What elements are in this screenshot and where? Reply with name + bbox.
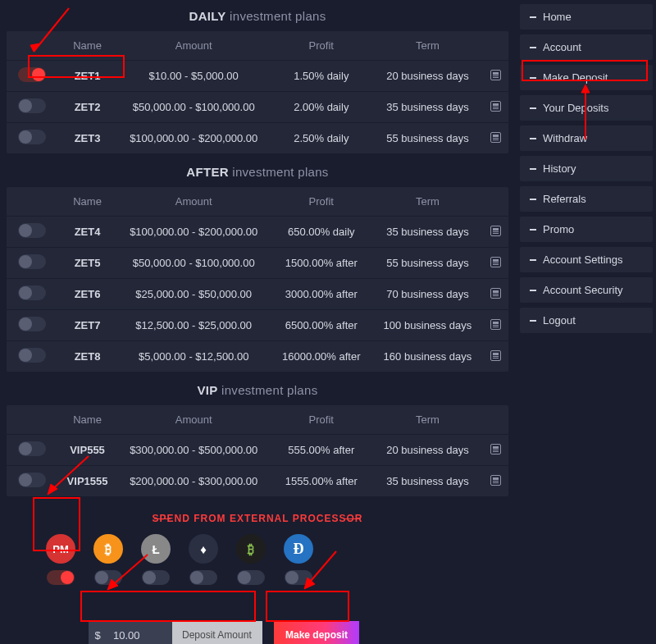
calculator-icon[interactable]	[490, 288, 501, 299]
processor-toggle-dash[interactable]	[285, 570, 312, 585]
processor-option-btc: ₿	[93, 534, 123, 585]
processor-row: PM₿Ł♦₿Đ	[7, 531, 508, 585]
col-header-term: Term	[372, 31, 483, 61]
sidebar-item-referrals[interactable]: Referrals	[520, 186, 653, 212]
sidebar-item-label: Logout	[543, 314, 576, 327]
plan-toggle-vip555[interactable]	[18, 441, 46, 456]
processor-option-ltc: Ł	[141, 534, 171, 585]
processor-toggle-bch[interactable]	[237, 570, 265, 585]
col-header-term: Term	[372, 187, 483, 217]
plan-name: ZET2	[57, 92, 117, 123]
plan-row: ZET1$10.00 - $5,000.001.50% daily20 busi…	[7, 61, 508, 92]
btc-icon[interactable]: ₿	[93, 534, 123, 564]
dash-icon	[530, 16, 536, 18]
calculator-icon[interactable]	[490, 444, 501, 454]
dash-icon	[530, 320, 536, 322]
sidebar-item-logout[interactable]: Logout	[520, 308, 653, 333]
processor-toggle-ltc[interactable]	[142, 570, 170, 585]
sidebar-item-promo[interactable]: Promo	[520, 217, 653, 242]
plan-toggle-vip1555[interactable]	[18, 473, 46, 487]
col-header-amount: Amount	[117, 31, 271, 61]
sidebar-item-label: Account	[543, 41, 581, 53]
plan-profit: 555.00% after	[271, 435, 372, 466]
plan-toggle-zet2[interactable]	[18, 98, 46, 113]
plan-toggle-zet5[interactable]	[18, 254, 46, 269]
plan-profit: 3000.00% after	[271, 279, 372, 310]
dash-icon	[530, 229, 536, 231]
sidebar-item-label: Promo	[543, 223, 574, 235]
plan-profit: 1.50% daily	[271, 61, 372, 92]
sidebar-item-label: Referrals	[543, 193, 586, 205]
plan-profit: 16000.00% after	[271, 341, 372, 372]
processor-toggle-eth[interactable]	[189, 570, 217, 585]
plan-row: VIP1555$200,000.00 - $300,000.001555.00%…	[7, 466, 508, 497]
plan-amount: $300,000.00 - $500,000.00	[117, 435, 271, 466]
plan-term: 35 business days	[372, 217, 483, 248]
calculator-icon[interactable]	[490, 350, 501, 361]
plan-toggle-zet4[interactable]	[18, 223, 46, 238]
vip-plans-table: NameAmountProfitTermVIP555$300,000.00 - …	[7, 405, 508, 496]
processor-toggle-pm[interactable]	[47, 570, 75, 585]
sidebar-item-account[interactable]: Account	[520, 34, 653, 60]
sidebar-item-label: Home	[543, 11, 572, 23]
col-header-name: Name	[57, 405, 117, 435]
calculator-icon[interactable]	[490, 132, 501, 143]
deposit-row: $Deposit AmountMake deposit	[89, 621, 508, 644]
sidebar-item-account-security[interactable]: Account Security	[520, 277, 653, 303]
plan-toggle-zet3[interactable]	[18, 130, 46, 144]
plan-amount: $100,000.00 - $200,000.00	[117, 123, 271, 154]
plan-term: 35 business days	[372, 92, 483, 123]
plan-amount: $50,000.00 - $100,000.00	[117, 92, 271, 123]
col-header-profit: Profit	[271, 31, 372, 61]
dash-icon	[530, 47, 536, 48]
pm-icon[interactable]: PM	[46, 534, 75, 564]
plan-term: 100 business days	[372, 310, 483, 341]
eth-icon[interactable]: ♦	[189, 534, 218, 564]
plan-toggle-zet1[interactable]	[18, 67, 46, 82]
calculator-icon[interactable]	[490, 257, 501, 267]
plan-toggle-zet6[interactable]	[18, 285, 46, 300]
sidebar-item-make-deposit[interactable]: Make Deposit	[520, 65, 653, 90]
dash-icon	[530, 107, 536, 109]
plan-name: ZET8	[57, 341, 117, 372]
sidebar-item-label: Your Deposits	[543, 102, 608, 114]
plan-profit: 2.50% daily	[271, 123, 372, 154]
plan-name: VIP1555	[57, 466, 117, 497]
sidebar-item-account-settings[interactable]: Account Settings	[520, 247, 653, 272]
deposit-amount-input[interactable]	[107, 621, 172, 644]
calculator-icon[interactable]	[490, 101, 501, 112]
plan-term: 160 business days	[372, 341, 483, 372]
processor-toggle-btc[interactable]	[94, 570, 122, 585]
dash-icon[interactable]: Đ	[284, 534, 313, 564]
make-deposit-button[interactable]: Make deposit	[274, 621, 359, 644]
calculator-icon[interactable]	[490, 226, 501, 236]
sidebar-item-withdraw[interactable]: Withdraw	[520, 126, 653, 151]
plan-name: VIP555	[57, 435, 117, 466]
dash-icon	[530, 168, 536, 170]
calculator-icon[interactable]	[490, 70, 501, 80]
plan-amount: $200,000.00 - $300,000.00	[117, 466, 271, 497]
plan-amount: $10.00 - $5,000.00	[117, 61, 271, 92]
plan-name: ZET4	[57, 217, 117, 248]
deposit-amount-label: Deposit Amount	[172, 621, 262, 644]
processor-option-eth: ♦	[189, 534, 218, 585]
ltc-icon[interactable]: Ł	[141, 534, 171, 564]
sidebar-item-label: Account Security	[543, 284, 623, 296]
plan-term: 70 business days	[372, 279, 483, 310]
plan-row: ZET6$25,000.00 - $50,000.003000.00% afte…	[7, 279, 508, 310]
plan-profit: 650.00% daily	[271, 217, 372, 248]
sidebar-item-home[interactable]: Home	[520, 4, 653, 30]
col-header-name: Name	[57, 187, 117, 217]
sidebar-item-your-deposits[interactable]: Your Deposits	[520, 95, 653, 121]
currency-prefix: $	[89, 621, 107, 644]
dash-icon	[530, 290, 536, 291]
calculator-icon[interactable]	[490, 475, 501, 486]
plan-toggle-zet7[interactable]	[18, 317, 46, 331]
dash-icon	[530, 77, 536, 79]
bch-icon[interactable]: ₿	[236, 534, 266, 564]
sidebar-item-history[interactable]: History	[520, 156, 653, 181]
plan-toggle-zet8[interactable]	[18, 348, 46, 363]
calculator-icon[interactable]	[490, 319, 501, 330]
plan-name: ZET3	[57, 123, 117, 154]
col-header-profit: Profit	[271, 405, 372, 435]
